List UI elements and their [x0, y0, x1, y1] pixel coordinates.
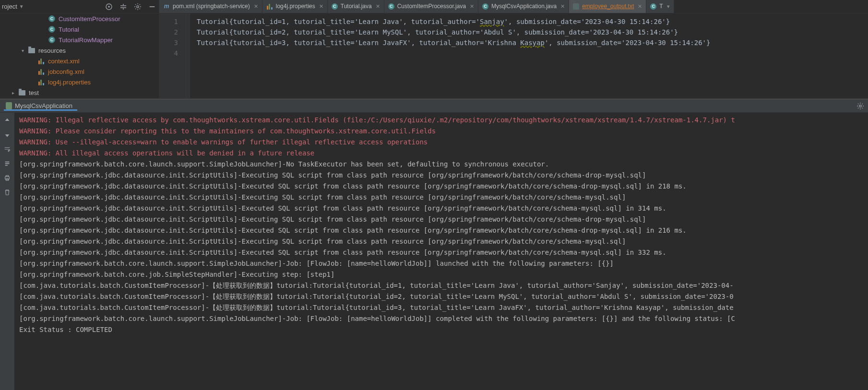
- properties-icon: [266, 3, 273, 10]
- tree-item-label: log4j.properties: [48, 79, 91, 86]
- tree-item[interactable]: CTutorial: [0, 24, 159, 35]
- console-line: [com.java.tutorials.batch.CustomItemProc…: [19, 302, 868, 313]
- close-icon[interactable]: ✕: [560, 3, 565, 10]
- tree-item[interactable]: jobconfig.xml: [0, 66, 159, 77]
- svg-point-2: [137, 5, 139, 7]
- editor-tab[interactable]: CT▾: [646, 0, 674, 13]
- class-icon: C: [48, 25, 56, 33]
- twisty-icon: ▾: [20, 48, 25, 53]
- close-icon[interactable]: ✕: [638, 3, 642, 10]
- console-line: WARNING: Illegal reflective access by co…: [19, 115, 868, 126]
- tab-label: log4j.properties: [276, 3, 315, 10]
- console-line: WARNING: Please consider reporting this …: [19, 126, 868, 137]
- tab-label: T: [659, 3, 663, 10]
- up-arrow-icon[interactable]: [3, 117, 11, 124]
- tree-item[interactable]: context.xml: [0, 56, 159, 66]
- collapse-all-icon[interactable]: [119, 3, 127, 11]
- close-icon[interactable]: ✕: [470, 3, 474, 10]
- project-tree[interactable]: CCustomItemProcessorCTutorialCTutorialRo…: [0, 13, 159, 98]
- tree-item[interactable]: log4j.properties: [0, 77, 159, 87]
- console-line: Exit Status : COMPLETED: [19, 324, 868, 335]
- select-opened-file-icon[interactable]: [105, 3, 113, 11]
- tab-label: MysqlCsvApplication.java: [491, 3, 557, 10]
- editor-tab[interactable]: CMysqlCsvApplication.java✕: [478, 0, 569, 13]
- editor-tab[interactable]: mpom.xml (springbatch-service)✕: [159, 0, 262, 13]
- console-line: WARNING: All illegal access operations w…: [19, 148, 868, 159]
- run-tool-window: MysqlCsvApplication WARNING: Illegal ref…: [0, 99, 868, 390]
- console-line: [com.java.tutorials.batch.CustomItemProc…: [19, 291, 868, 302]
- hide-icon[interactable]: [148, 3, 156, 11]
- close-icon[interactable]: ✕: [319, 3, 323, 10]
- console-line: [org.springframework.jdbc.datasource.ini…: [19, 192, 868, 203]
- print-icon[interactable]: [3, 174, 11, 182]
- console-line: [org.springframework.jdbc.datasource.ini…: [19, 225, 868, 236]
- run-body: WARNING: Illegal reflective access by co…: [0, 113, 868, 390]
- gear-icon[interactable]: [134, 3, 142, 11]
- chevron-down-icon: ▼: [19, 4, 24, 9]
- trash-icon[interactable]: [3, 189, 11, 196]
- code-line: Tutorial{tutorial_id=1, tutorial_title='…: [197, 16, 710, 27]
- editor-text[interactable]: Tutorial{tutorial_id=1, tutorial_title='…: [190, 13, 710, 98]
- editor-tab[interactable]: CTutorial.java✕: [328, 0, 384, 13]
- project-header-actions: [105, 3, 156, 11]
- tree-item-label: context.xml: [48, 58, 80, 65]
- folder-icon: [28, 47, 36, 54]
- tree-item-label: jobconfig.xml: [48, 68, 84, 75]
- line-number: 4: [159, 48, 178, 59]
- editor-body[interactable]: 1234 Tutorial{tutorial_id=1, tutorial_ti…: [159, 13, 868, 98]
- folding-strip: [186, 13, 190, 98]
- console-line: [org.springframework.jdbc.datasource.ini…: [19, 247, 868, 258]
- tree-item-label: Tutorial: [59, 26, 79, 33]
- code-line: Tutorial{tutorial_id=3, tutorial_title='…: [197, 37, 710, 48]
- class-icon: C: [332, 3, 338, 10]
- run-config-icon: [6, 102, 12, 109]
- scroll-to-end-icon[interactable]: [3, 160, 11, 167]
- project-header-left: roject ▼: [0, 0, 159, 13]
- class-icon: C: [48, 36, 56, 44]
- console-line: [org.springframework.jdbc.datasource.ini…: [19, 236, 868, 247]
- console-line: [org.springframework.batch.core.launch.s…: [19, 313, 868, 324]
- console-line: [org.springframework.jdbc.datasource.ini…: [19, 214, 868, 225]
- code-line: [197, 48, 710, 59]
- tab-label: employee_output.txt: [582, 3, 634, 10]
- console-line: WARNING: Use --illegal-access=warn to en…: [19, 137, 868, 148]
- twisty-icon: ▸: [11, 90, 15, 95]
- console-line: [org.springframework.jdbc.datasource.ini…: [19, 203, 868, 214]
- line-number: 3: [159, 37, 178, 48]
- line-number: 2: [159, 27, 178, 37]
- project-dropdown[interactable]: roject ▼: [0, 3, 24, 10]
- maven-icon: m: [163, 3, 170, 10]
- tree-item-label: TutorialRowMapper: [59, 36, 113, 44]
- editor-tab[interactable]: CCustomItemProcessor.java✕: [384, 0, 478, 13]
- class-icon: C: [48, 15, 56, 23]
- console-line: [org.springframework.jdbc.datasource.ini…: [19, 181, 868, 192]
- run-header: MysqlCsvApplication: [0, 99, 868, 113]
- svg-rect-7: [6, 179, 8, 181]
- tree-item[interactable]: CTutorialRowMapper: [0, 35, 159, 45]
- line-number: 1: [159, 16, 178, 27]
- soft-wrap-icon[interactable]: [3, 145, 11, 153]
- main-split: CCustomItemProcessorCTutorialCTutorialRo…: [0, 13, 868, 99]
- svg-point-1: [108, 6, 110, 8]
- close-icon[interactable]: ✕: [376, 3, 380, 10]
- file-icon: [37, 57, 45, 65]
- tree-item-label: resources: [38, 47, 66, 54]
- close-icon[interactable]: ✕: [254, 3, 258, 10]
- run-tab[interactable]: MysqlCsvApplication: [4, 101, 77, 111]
- console-line: [com.java.tutorials.batch.CustomItemProc…: [19, 280, 868, 291]
- chevron-down-icon[interactable]: ▾: [667, 3, 670, 10]
- editor-tab[interactable]: employee_output.txt✕: [569, 0, 646, 13]
- text-file-icon: [573, 3, 579, 10]
- code-line: Tutorial{tutorial_id=2, tutorial_title='…: [197, 27, 710, 37]
- run-tab-label: MysqlCsvApplication: [15, 102, 72, 109]
- tree-item[interactable]: ▸test: [0, 87, 159, 98]
- down-arrow-icon[interactable]: [3, 131, 11, 139]
- console-output[interactable]: WARNING: Illegal reflective access by co…: [14, 113, 868, 390]
- console-line: [org.springframework.batch.core.launch.s…: [19, 258, 868, 269]
- tab-label: Tutorial.java: [341, 3, 372, 10]
- tree-item[interactable]: ▾resources: [0, 45, 159, 56]
- tree-item[interactable]: CCustomItemProcessor: [0, 13, 159, 24]
- gear-icon[interactable]: [856, 102, 864, 110]
- editor-tab[interactable]: log4j.properties✕: [262, 0, 328, 13]
- console-line: [org.springframework.batch.core.launch.s…: [19, 159, 868, 170]
